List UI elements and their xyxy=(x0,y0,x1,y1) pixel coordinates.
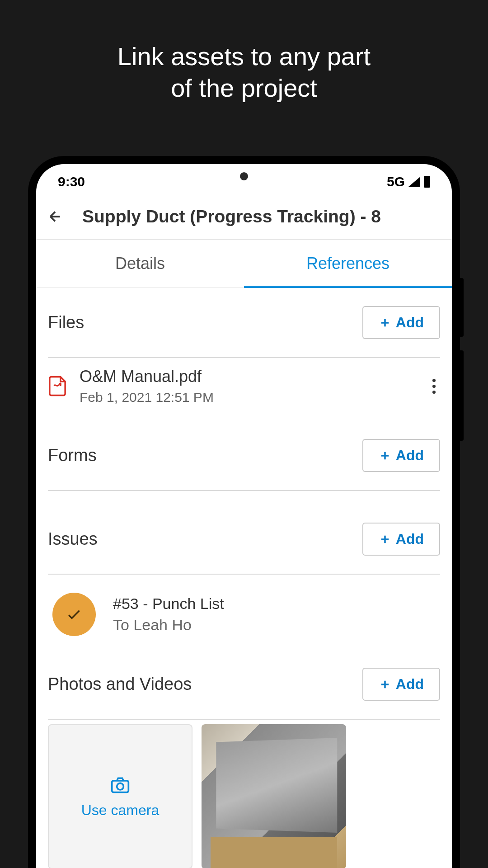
phone-screen: 9:30 5G Supply Duct (Progress Tracking) … xyxy=(36,164,452,868)
issue-assignee: To Leah Ho xyxy=(113,616,436,634)
signal-icon xyxy=(408,177,420,187)
content-area: Files Add O&M Manual.pd xyxy=(36,288,452,868)
photos-grid: Use camera xyxy=(48,720,440,868)
file-more-button[interactable] xyxy=(428,374,440,398)
page-title: Supply Duct (Progress Tracking) - 8 xyxy=(82,207,381,226)
add-photo-button[interactable]: Add xyxy=(362,668,440,701)
file-info: O&M Manual.pdf Feb 1, 2021 12:51 PM xyxy=(80,367,415,405)
add-file-button[interactable]: Add xyxy=(362,306,440,339)
issue-status-badge xyxy=(52,593,96,636)
add-issue-label: Add xyxy=(396,531,424,547)
use-camera-button[interactable]: Use camera xyxy=(48,724,192,868)
promo-line-2: of the project xyxy=(171,74,317,102)
status-right: 5G xyxy=(387,174,430,189)
add-issue-button[interactable]: Add xyxy=(362,523,440,556)
phone-camera-notch xyxy=(240,172,248,180)
camera-label: Use camera xyxy=(81,802,160,819)
add-file-label: Add xyxy=(396,314,424,331)
back-button[interactable] xyxy=(46,208,64,226)
section-title-forms: Forms xyxy=(48,446,97,465)
tabs-container: Details References xyxy=(36,240,452,288)
add-form-button[interactable]: Add xyxy=(362,439,440,472)
section-header-photos: Photos and Videos Add xyxy=(48,636,440,720)
issue-info: #53 - Punch List To Leah Ho xyxy=(113,595,436,634)
pdf-icon xyxy=(48,375,67,397)
phone-side-button xyxy=(460,350,464,441)
promo-line-1: Link assets to any part xyxy=(117,42,371,71)
section-title-issues: Issues xyxy=(48,529,98,549)
add-form-label: Add xyxy=(396,447,424,464)
section-forms: Forms Add xyxy=(48,428,440,491)
section-photos: Photos and Videos Add xyxy=(48,636,440,868)
photo-thumbnail[interactable] xyxy=(202,724,346,868)
file-name: O&M Manual.pdf xyxy=(80,367,415,386)
issue-item[interactable]: #53 - Punch List To Leah Ho xyxy=(48,575,440,636)
phone-side-button xyxy=(460,278,464,337)
section-header-issues: Issues Add xyxy=(48,491,440,575)
app-header: Supply Duct (Progress Tracking) - 8 xyxy=(36,194,452,240)
status-time: 9:30 xyxy=(58,174,85,189)
section-files: Files Add O&M Manual.pd xyxy=(48,288,440,428)
section-header-forms: Forms Add xyxy=(48,428,440,491)
file-item[interactable]: O&M Manual.pdf Feb 1, 2021 12:51 PM xyxy=(48,358,440,410)
promo-heading: Link assets to any part of the project xyxy=(0,0,488,127)
section-title-photos: Photos and Videos xyxy=(48,675,192,694)
network-label: 5G xyxy=(387,174,405,189)
section-header-files: Files Add xyxy=(48,306,440,358)
section-title-files: Files xyxy=(48,313,84,332)
svg-point-1 xyxy=(117,783,124,790)
file-date: Feb 1, 2021 12:51 PM xyxy=(80,390,415,405)
issue-title: #53 - Punch List xyxy=(113,595,436,613)
section-issues: Issues Add #53 - Punc xyxy=(48,491,440,636)
tab-references[interactable]: References xyxy=(244,240,452,288)
battery-icon xyxy=(424,176,430,188)
add-photo-label: Add xyxy=(396,676,424,693)
phone-frame: 9:30 5G Supply Duct (Progress Tracking) … xyxy=(28,156,460,868)
tab-details[interactable]: Details xyxy=(36,240,244,288)
